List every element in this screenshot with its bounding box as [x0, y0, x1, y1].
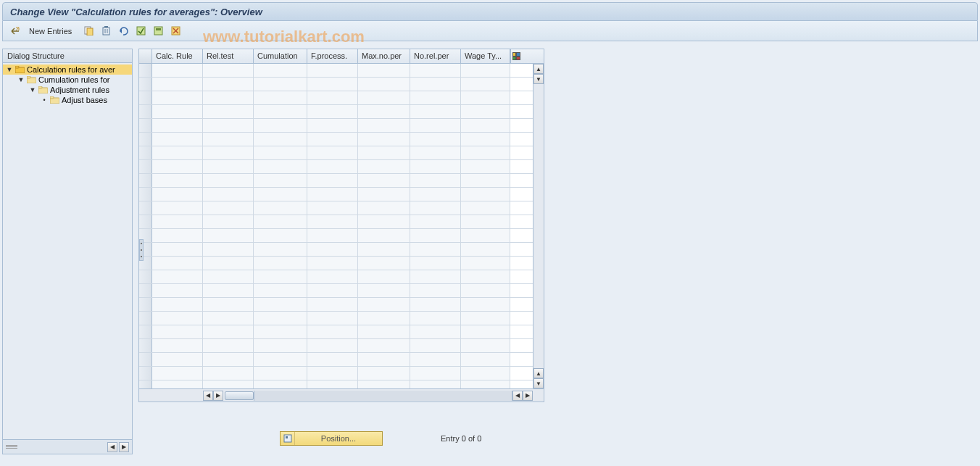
- row-selector[interactable]: [139, 146, 152, 159]
- table-cell[interactable]: [307, 353, 358, 366]
- table-cell[interactable]: [152, 325, 203, 338]
- table-cell[interactable]: [203, 298, 254, 311]
- table-cell[interactable]: [410, 298, 461, 311]
- table-cell[interactable]: [461, 119, 510, 132]
- table-cell[interactable]: [358, 119, 410, 132]
- table-cell[interactable]: [410, 215, 461, 228]
- table-cell[interactable]: [307, 78, 358, 91]
- table-cell[interactable]: [203, 64, 254, 77]
- table-cell[interactable]: [254, 64, 307, 77]
- table-cell[interactable]: [203, 78, 254, 91]
- table-cell[interactable]: [254, 91, 307, 104]
- table-cell[interactable]: [410, 91, 461, 104]
- other-view-icon[interactable]: [9, 25, 22, 38]
- table-cell[interactable]: [203, 257, 254, 270]
- table-cell[interactable]: [461, 201, 510, 215]
- column-header[interactable]: Calc. Rule: [152, 49, 203, 63]
- table-cell[interactable]: [152, 133, 203, 146]
- table-cell[interactable]: [254, 105, 307, 118]
- table-cell[interactable]: [254, 229, 307, 242]
- table-cell[interactable]: [410, 257, 461, 270]
- table-cell[interactable]: [152, 353, 203, 366]
- column-header[interactable]: Rel.test: [203, 49, 254, 63]
- table-cell[interactable]: [203, 160, 254, 173]
- table-cell[interactable]: [461, 284, 510, 297]
- table-cell[interactable]: [203, 215, 254, 228]
- table-cell[interactable]: [203, 380, 254, 388]
- table-cell[interactable]: [461, 243, 510, 256]
- tree-expand-icon[interactable]: ▼: [6, 66, 13, 73]
- table-cell[interactable]: [254, 243, 307, 256]
- table-cell[interactable]: [410, 367, 461, 380]
- table-cell[interactable]: [410, 188, 461, 201]
- table-cell[interactable]: [461, 105, 510, 118]
- column-header[interactable]: F.process.: [307, 49, 358, 63]
- table-cell[interactable]: [254, 339, 307, 352]
- table-cell[interactable]: [203, 119, 254, 132]
- table-cell[interactable]: [152, 367, 203, 380]
- table-cell[interactable]: [254, 215, 307, 228]
- table-cell[interactable]: [358, 270, 410, 283]
- table-cell[interactable]: [358, 91, 410, 104]
- undo-icon[interactable]: [117, 25, 130, 38]
- table-cell[interactable]: [203, 188, 254, 201]
- new-entries-button[interactable]: New Entries: [26, 25, 75, 37]
- table-config-button[interactable]: [510, 49, 521, 63]
- row-selector[interactable]: [139, 284, 152, 297]
- table-cell[interactable]: [358, 312, 410, 325]
- table-cell[interactable]: [307, 367, 358, 380]
- table-cell[interactable]: [461, 270, 510, 283]
- column-header[interactable]: Wage Ty...: [461, 49, 510, 63]
- table-cell[interactable]: [254, 146, 307, 159]
- table-cell[interactable]: [203, 367, 254, 380]
- hscroll-left-end-button[interactable]: ◀: [512, 391, 523, 401]
- table-cell[interactable]: [307, 105, 358, 118]
- table-cell[interactable]: [307, 339, 358, 352]
- table-cell[interactable]: [203, 353, 254, 366]
- table-cell[interactable]: [307, 243, 358, 256]
- table-cell[interactable]: [461, 353, 510, 366]
- row-selector-header[interactable]: [139, 49, 152, 63]
- tree-node[interactable]: ▼Calculation rules for aver: [3, 65, 132, 75]
- table-cell[interactable]: [203, 284, 254, 297]
- table-cell[interactable]: [254, 160, 307, 173]
- column-header[interactable]: No.rel.per: [410, 49, 461, 63]
- table-cell[interactable]: [410, 78, 461, 91]
- tree-node[interactable]: ▼Cumulation rules for: [3, 75, 132, 85]
- table-cell[interactable]: [307, 160, 358, 173]
- table-cell[interactable]: [410, 133, 461, 146]
- table-cell[interactable]: [358, 380, 410, 388]
- table-cell[interactable]: [254, 133, 307, 146]
- table-cell[interactable]: [307, 119, 358, 132]
- table-cell[interactable]: [152, 380, 203, 388]
- row-selector[interactable]: [139, 105, 152, 118]
- table-cell[interactable]: [461, 257, 510, 270]
- table-cell[interactable]: [410, 160, 461, 173]
- table-cell[interactable]: [254, 312, 307, 325]
- row-selector[interactable]: [139, 270, 152, 283]
- row-selector[interactable]: [139, 367, 152, 380]
- table-cell[interactable]: [307, 133, 358, 146]
- table-cell[interactable]: [461, 298, 510, 311]
- row-selector[interactable]: [139, 64, 152, 77]
- table-cell[interactable]: [461, 325, 510, 338]
- table-cell[interactable]: [254, 270, 307, 283]
- scroll-up-alt-button[interactable]: ▲: [533, 368, 544, 378]
- table-cell[interactable]: [203, 133, 254, 146]
- table-cell[interactable]: [410, 380, 461, 388]
- scroll-down-button[interactable]: ▼: [533, 74, 544, 84]
- table-cell[interactable]: [410, 229, 461, 242]
- table-cell[interactable]: [410, 284, 461, 297]
- table-cell[interactable]: [152, 284, 203, 297]
- table-cell[interactable]: [461, 312, 510, 325]
- table-cell[interactable]: [254, 353, 307, 366]
- row-selector[interactable]: [139, 78, 152, 91]
- table-cell[interactable]: [358, 229, 410, 242]
- table-cell[interactable]: [358, 325, 410, 338]
- hscroll-right-button[interactable]: ▶: [213, 391, 223, 401]
- table-cell[interactable]: [410, 146, 461, 159]
- table-cell[interactable]: [410, 243, 461, 256]
- row-selector[interactable]: [139, 312, 152, 325]
- table-cell[interactable]: [152, 64, 203, 77]
- table-cell[interactable]: [152, 119, 203, 132]
